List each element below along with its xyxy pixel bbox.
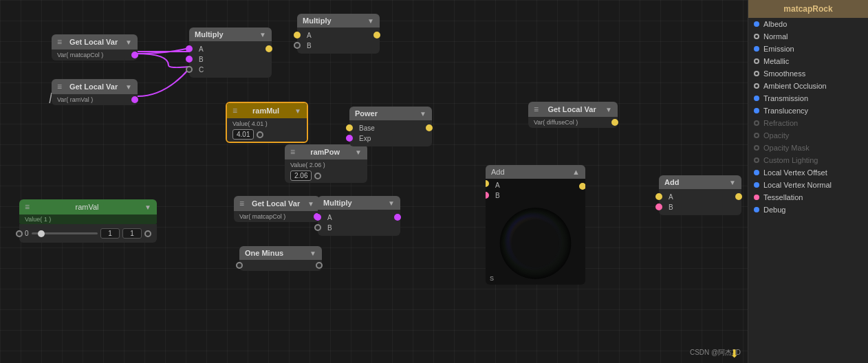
- panel-item-ambient-occlusion[interactable]: Ambient Occlusion: [748, 80, 868, 92]
- menu-icon-6: ≡: [534, 104, 539, 114]
- panel-item-label: Custom Lighting: [763, 156, 818, 164]
- panel-dot: [754, 145, 759, 151]
- get-local-var-1-node: ≡ Get Local Var ▼ Var( matcapCol ): [52, 34, 138, 60]
- slider-track[interactable]: [32, 232, 98, 234]
- ram-val-in-pin: [16, 230, 23, 237]
- add-2-header[interactable]: Add ▼: [659, 175, 741, 189]
- panel-item-opacity[interactable]: Opacity: [748, 129, 868, 142]
- get-local-var-4-subtitle: Var( diffuseCol ): [534, 119, 612, 126]
- power-header[interactable]: Power ▼: [349, 107, 432, 120]
- panel-item-refraction[interactable]: Refraction: [748, 117, 868, 129]
- ram-pow-title: ramPow: [295, 148, 355, 156]
- menu-icon: ≡: [57, 37, 62, 47]
- panel-item-translucency[interactable]: Translucency: [748, 104, 868, 117]
- ram-pow-pin: [314, 173, 321, 179]
- power-body: Base Exp: [349, 120, 432, 146]
- get-local-var-4-body: Var( diffuseCol ): [528, 117, 618, 128]
- panel-dot: [754, 182, 759, 188]
- panel-title: matcapRock: [748, 0, 868, 18]
- slider-val-2[interactable]: 1: [122, 228, 142, 239]
- panel-item-custom-lighting[interactable]: Custom Lighting: [748, 154, 868, 166]
- panel-dot: [754, 120, 759, 126]
- panel-item-label: Albedo: [763, 20, 787, 28]
- panel-item-local-vertex-normal[interactable]: Local Vertex Normal: [748, 179, 868, 191]
- pin-add2-out: [735, 193, 742, 200]
- add-2-node: Add ▼ A B: [659, 175, 741, 215]
- download-icon: ⬇: [730, 347, 739, 360]
- slider-thumb[interactable]: [38, 230, 45, 237]
- ram-pow-subtitle: Value( 2.06 ): [290, 162, 362, 168]
- ram-val-header[interactable]: ≡ ramVal ▼: [19, 199, 157, 214]
- multiply-1-title: Multiply: [195, 30, 224, 38]
- pin-base-left: [346, 124, 353, 131]
- panel-item-normal[interactable]: Normal: [748, 30, 868, 43]
- multiply-1-row-c: C: [189, 65, 272, 75]
- chevron-icon-8: ▼: [307, 200, 314, 208]
- panel-dot: [754, 96, 759, 101]
- panel-dot: [754, 133, 759, 138]
- multiply-3-header[interactable]: Multiply ▼: [318, 196, 400, 210]
- panel-item-label: Local Vertex Offset: [763, 168, 827, 177]
- panel-dot: [754, 21, 759, 27]
- multiply-3-row-b: B: [318, 223, 400, 233]
- ram-pow-value[interactable]: 2.06: [290, 170, 312, 181]
- chevron-icon-4: ▼: [367, 17, 374, 25]
- ram-pow-node: ≡ ramPow ▼ Value( 2.06 ) 2.06: [285, 144, 367, 183]
- panel-item-metallic[interactable]: Metallic: [748, 55, 868, 67]
- pin-b-left: [186, 56, 193, 63]
- panel-item-debug[interactable]: Debug: [748, 204, 868, 216]
- panel-item-smoothness[interactable]: Smoothness: [748, 67, 868, 80]
- get-local-var-4-header[interactable]: ≡ Get Local Var ▼: [528, 102, 618, 117]
- add-1-title: Add: [491, 168, 505, 176]
- panel-item-albedo[interactable]: Albedo: [748, 18, 868, 30]
- get-local-var-3-header[interactable]: ≡ Get Local Var ▼: [234, 196, 320, 211]
- add-2-body: A B: [659, 189, 741, 215]
- panel-item-emission[interactable]: Emission: [748, 43, 868, 55]
- ram-val-out-pin: [144, 230, 151, 237]
- ram-pow-header[interactable]: ≡ ramPow ▼: [285, 144, 367, 160]
- ram-val-body: 0 1 1: [19, 224, 157, 243]
- ram-mul-pin: [257, 131, 263, 138]
- panel-item-label: Transmission: [763, 94, 808, 102]
- one-minus-node: One Minus ▼: [239, 246, 322, 271]
- multiply-2-row-a: A: [297, 30, 380, 41]
- add1-b-pin: [486, 192, 489, 199]
- pin-a2-left: [294, 32, 301, 38]
- add1-a-pin: [486, 180, 489, 187]
- multiply-1-row-a: A: [189, 44, 272, 54]
- add-1-body: A B: [486, 179, 585, 285]
- panel-item-opacity-mask[interactable]: Opacity Mask: [748, 142, 868, 154]
- power-node: Power ▼ Base Exp: [349, 107, 432, 146]
- get-local-var-1-header[interactable]: ≡ Get Local Var ▼: [52, 34, 138, 50]
- multiply-1-header[interactable]: Multiply ▼: [189, 28, 272, 41]
- panel-items-container: AlbedoNormalEmissionMetallicSmoothnessAm…: [748, 18, 868, 216]
- panel-item-label: Local Vertex Normal: [763, 181, 832, 189]
- pin-out2-right: [373, 32, 380, 38]
- one-minus-header[interactable]: One Minus ▼: [239, 246, 322, 260]
- multiply-1-row-b: B: [189, 54, 272, 65]
- panel-item-transmission[interactable]: Transmission: [748, 92, 868, 104]
- panel-dot: [754, 58, 759, 64]
- panel-item-label: Metallic: [763, 57, 789, 65]
- add-1-header[interactable]: Add ▲: [486, 165, 585, 179]
- slider-val-1[interactable]: 1: [100, 228, 120, 239]
- panel-dot: [754, 207, 759, 212]
- one-minus-body: [239, 260, 322, 271]
- panel-item-tessellation[interactable]: Tessellation: [748, 191, 868, 204]
- get-local-var-1-title: Get Local Var: [62, 38, 125, 46]
- power-row-exp: Exp: [349, 133, 432, 144]
- chevron-icon-2: ▼: [125, 83, 132, 91]
- pin-a3-left: [314, 214, 321, 221]
- pin-b2-left: [294, 42, 301, 49]
- multiply-2-header[interactable]: Multiply ▼: [297, 14, 380, 28]
- ram-mul-header[interactable]: ≡ ramMul ▼: [227, 103, 307, 118]
- multiply-2-body: A B: [297, 28, 380, 54]
- pin-b-add2: [655, 204, 662, 210]
- panel-item-label: Refraction: [763, 119, 798, 127]
- panel-item-local-vertex-offset[interactable]: Local Vertex Offset: [748, 166, 868, 179]
- ram-mul-value[interactable]: 4.01: [232, 129, 254, 140]
- ram-mul-node: ≡ ramMul ▼ Value( 4.01 ) 4.01: [226, 102, 308, 143]
- get-local-var-2-header[interactable]: ≡ Get Local Var ▼: [52, 79, 138, 94]
- pin-b3-left: [314, 224, 321, 231]
- add-2-row-b: B: [659, 202, 741, 212]
